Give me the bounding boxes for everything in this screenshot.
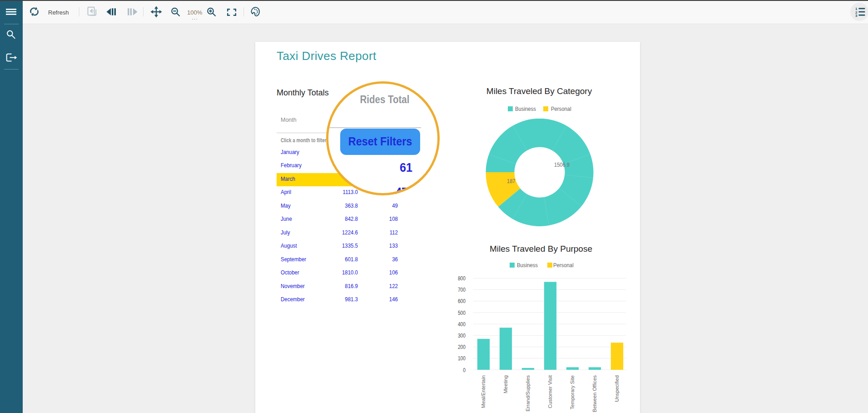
svg-text:Meal/Entertain: Meal/Entertain <box>481 375 486 408</box>
svg-text:3: 3 <box>855 14 858 18</box>
svg-text:Meeting: Meeting <box>503 375 508 393</box>
svg-text:Temporary Site: Temporary Site <box>570 375 575 409</box>
svg-text:Customer Visit: Customer Visit <box>547 375 553 408</box>
svg-text:500: 500 <box>458 309 466 316</box>
svg-text:100: 100 <box>458 355 466 362</box>
svg-text:0: 0 <box>463 367 466 373</box>
svg-text:Unspecified: Unspecified <box>614 375 620 402</box>
svg-text:200: 200 <box>458 343 466 350</box>
svg-text:400: 400 <box>458 321 466 328</box>
svg-text:300: 300 <box>458 332 466 339</box>
svg-text:800: 800 <box>458 275 466 282</box>
svg-text:700: 700 <box>458 286 466 293</box>
svg-text:Errand/Supplies: Errand/Supplies <box>525 375 531 412</box>
svg-text:600: 600 <box>458 298 466 304</box>
svg-text:Between Offices: Between Offices <box>592 375 597 413</box>
